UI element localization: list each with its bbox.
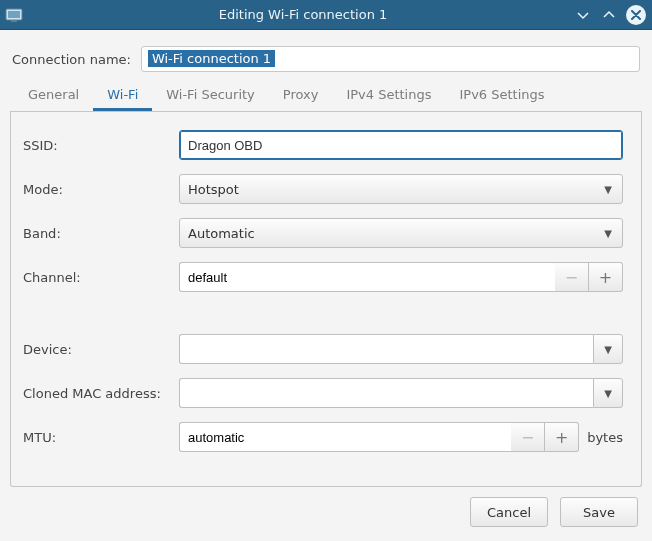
mtu-increment-button[interactable]: +	[545, 422, 579, 452]
cloned-mac-input[interactable]	[179, 378, 593, 408]
mtu-input[interactable]	[179, 422, 511, 452]
ssid-label: SSID:	[23, 138, 179, 153]
channel-row: Channel: − +	[23, 262, 623, 292]
band-row: Band: Automatic ▼	[23, 218, 623, 248]
window-body: Connection name: Wi-Fi connection 1 Gene…	[0, 30, 652, 541]
cloned-mac-dropdown-button[interactable]: ▼	[593, 378, 623, 408]
window-controls	[574, 5, 646, 25]
mode-select[interactable]: Hotspot ▼	[179, 174, 623, 204]
ssid-row: SSID:	[23, 130, 623, 160]
chevron-down-icon: ▼	[604, 344, 612, 355]
chevron-down-icon: ▼	[604, 184, 612, 195]
band-select[interactable]: Automatic ▼	[179, 218, 623, 248]
section-gap	[23, 306, 623, 320]
mtu-decrement-button[interactable]: −	[511, 422, 545, 452]
titlebar: Editing Wi-Fi connection 1	[0, 0, 652, 30]
window: Editing Wi-Fi connection 1 Connection na…	[0, 0, 652, 541]
band-label: Band:	[23, 226, 179, 241]
window-title: Editing Wi-Fi connection 1	[32, 7, 574, 22]
svg-rect-2	[11, 20, 17, 22]
tab-ipv6[interactable]: IPv6 Settings	[446, 81, 559, 111]
maximize-icon[interactable]	[600, 6, 618, 24]
device-input[interactable]	[179, 334, 593, 364]
connection-name-row: Connection name: Wi-Fi connection 1	[12, 46, 640, 72]
tab-wifi-security[interactable]: Wi-Fi Security	[152, 81, 269, 111]
connection-name-input[interactable]: Wi-Fi connection 1	[141, 46, 640, 72]
mode-value: Hotspot	[188, 182, 239, 197]
dialog-footer: Cancel Save	[10, 487, 642, 531]
cloned-mac-row: Cloned MAC address: ▼	[23, 378, 623, 408]
tab-bar: General Wi-Fi Wi-Fi Security Proxy IPv4 …	[10, 82, 642, 112]
mtu-unit-label: bytes	[587, 430, 623, 445]
connection-name-selection: Wi-Fi connection 1	[148, 50, 275, 67]
svg-rect-1	[8, 11, 20, 18]
app-icon	[4, 6, 24, 24]
ssid-input[interactable]	[179, 130, 623, 160]
channel-label: Channel:	[23, 270, 179, 285]
mtu-row: MTU: − + bytes	[23, 422, 623, 452]
chevron-down-icon: ▼	[604, 388, 612, 399]
cloned-mac-label: Cloned MAC address:	[23, 386, 179, 401]
wifi-form-panel: SSID: Mode: Hotspot ▼ Band: Automatic	[10, 112, 642, 487]
save-button[interactable]: Save	[560, 497, 638, 527]
device-row: Device: ▼	[23, 334, 623, 364]
channel-input[interactable]	[179, 262, 555, 292]
device-label: Device:	[23, 342, 179, 357]
device-dropdown-button[interactable]: ▼	[593, 334, 623, 364]
mtu-label: MTU:	[23, 430, 179, 445]
connection-name-label: Connection name:	[12, 52, 131, 67]
tab-general[interactable]: General	[14, 81, 93, 111]
tab-ipv4[interactable]: IPv4 Settings	[332, 81, 445, 111]
mode-row: Mode: Hotspot ▼	[23, 174, 623, 204]
tab-proxy[interactable]: Proxy	[269, 81, 333, 111]
tab-wifi[interactable]: Wi-Fi	[93, 81, 152, 111]
minimize-icon[interactable]	[574, 6, 592, 24]
chevron-down-icon: ▼	[604, 228, 612, 239]
cancel-button[interactable]: Cancel	[470, 497, 548, 527]
band-value: Automatic	[188, 226, 255, 241]
close-icon[interactable]	[626, 5, 646, 25]
mode-label: Mode:	[23, 182, 179, 197]
channel-increment-button[interactable]: +	[589, 262, 623, 292]
channel-decrement-button[interactable]: −	[555, 262, 589, 292]
